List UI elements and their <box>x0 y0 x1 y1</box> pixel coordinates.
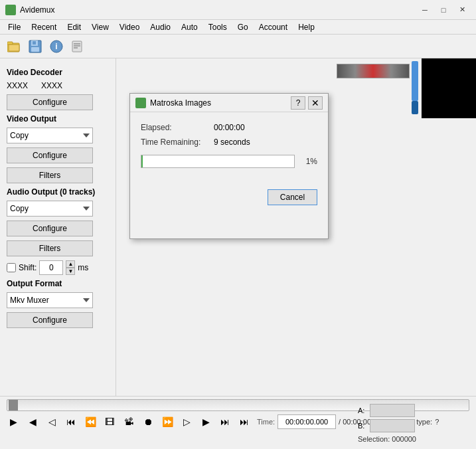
dialog-content: Elapsed: 00:00:00 Time Remaining: 9 seco… <box>130 112 328 184</box>
progress-container: 1% <box>141 155 317 168</box>
progress-bar-inner <box>141 155 143 167</box>
elapsed-value: 00:00:00 <box>214 123 245 132</box>
dialog-icon <box>135 98 146 108</box>
dialog-close-button[interactable]: ✕ <box>308 96 323 110</box>
progress-percent: 1% <box>300 157 317 166</box>
cancel-button[interactable]: Cancel <box>268 189 317 205</box>
progress-section: 1% <box>141 155 317 168</box>
matroska-dialog: Matroska Images ? ✕ Elapsed: 00:00:00 Ti… <box>129 93 329 239</box>
elapsed-row: Elapsed: 00:00:00 <box>141 123 317 132</box>
dialog-titlebar: Matroska Images ? ✕ <box>130 94 328 112</box>
time-remaining-label: Time Remaining: <box>141 137 214 147</box>
elapsed-label: Elapsed: <box>141 123 214 132</box>
progress-bar-outer <box>141 155 295 168</box>
dialog-help-button[interactable]: ? <box>291 96 305 110</box>
dialog-overlay: Matroska Images ? ✕ Elapsed: 00:00:00 Ti… <box>0 0 476 449</box>
dialog-footer: Cancel <box>130 184 328 213</box>
time-remaining-value: 9 seconds <box>214 137 250 147</box>
time-remaining-row: Time Remaining: 9 seconds <box>141 137 317 147</box>
dialog-title: Matroska Images <box>150 98 291 108</box>
